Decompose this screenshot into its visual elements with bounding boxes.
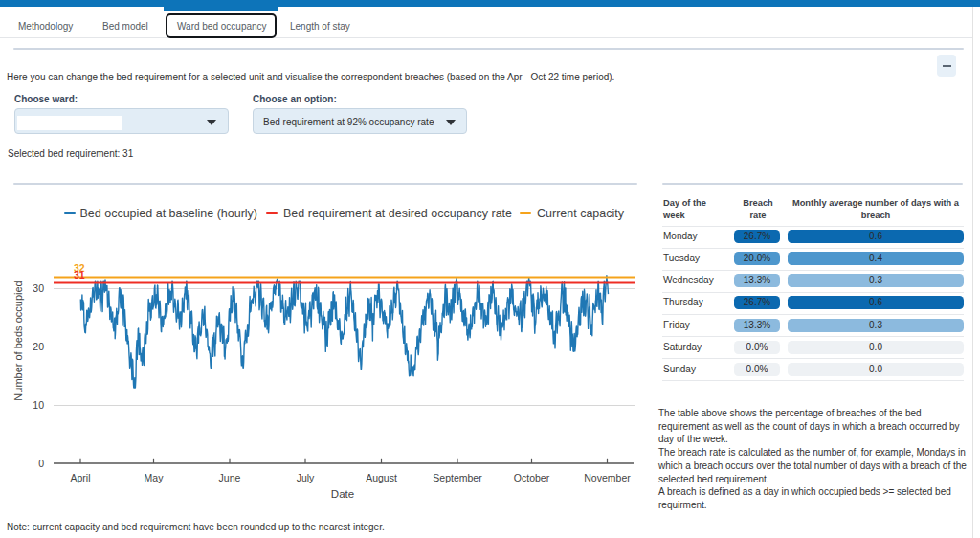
svg-text:September: September bbox=[433, 472, 482, 483]
svg-text:May: May bbox=[145, 472, 165, 483]
svg-text:0: 0 bbox=[38, 458, 44, 469]
svg-text:20: 20 bbox=[33, 341, 44, 352]
svg-text:November: November bbox=[584, 472, 631, 483]
svg-text:July: July bbox=[297, 472, 315, 483]
svg-text:June: June bbox=[219, 472, 241, 483]
svg-text:October: October bbox=[514, 472, 550, 483]
svg-text:10: 10 bbox=[33, 399, 44, 411]
svg-text:31: 31 bbox=[74, 269, 85, 280]
svg-text:30: 30 bbox=[33, 282, 44, 294]
svg-text:August: August bbox=[366, 472, 397, 483]
svg-text:Number of beds occupied: Number of beds occupied bbox=[12, 280, 24, 400]
svg-text:Date: Date bbox=[331, 488, 354, 500]
svg-text:April: April bbox=[70, 472, 90, 483]
